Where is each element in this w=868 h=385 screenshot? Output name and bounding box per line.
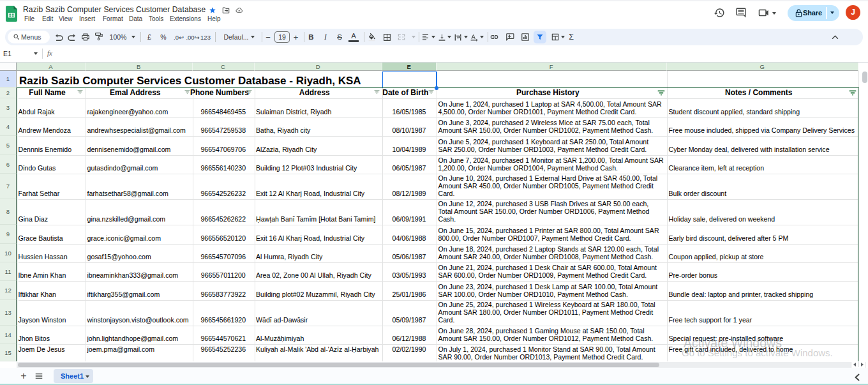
cell-B11[interactable]: ibneaminkhan333@gmail.com xyxy=(86,262,193,281)
cell-C8[interactable]: 966545262622 xyxy=(193,199,255,225)
font-size-input[interactable]: 19 xyxy=(274,31,290,43)
horizontal-align-caret[interactable] xyxy=(431,36,435,38)
cell-F14[interactable]: On June 28, 2024, purchased 1 Gaming Mou… xyxy=(437,326,668,344)
horizontal-align-button[interactable] xyxy=(420,29,430,45)
avatar[interactable]: J xyxy=(846,5,860,20)
menu-view[interactable]: View xyxy=(59,15,73,22)
comment-icon[interactable] xyxy=(735,7,747,19)
scroll-left-arrow[interactable] xyxy=(853,363,856,366)
cell-A8[interactable]: Gina Diaz xyxy=(17,199,86,225)
menu-insert[interactable]: Insert xyxy=(79,15,95,22)
cell-G4[interactable]: Free mouse included, shipped via Company… xyxy=(667,117,858,136)
decrease-font-size-button[interactable]: − xyxy=(265,29,271,45)
cell-B8[interactable]: gina.nzskilled@gmail.com xyxy=(86,199,193,225)
cell-F5[interactable]: On June 5, 2024, purchased 1 Keyboard at… xyxy=(437,136,668,155)
cell-G8[interactable]: Holiday sale, delivered on weekend xyxy=(667,199,858,225)
cell-B4[interactable]: andrewhsespecialist@gmail.com xyxy=(86,117,193,136)
row-header-1[interactable]: 1 xyxy=(0,71,17,87)
filter-funnel-icon[interactable] xyxy=(374,89,380,94)
collapse-panel-chevron[interactable] xyxy=(853,373,861,382)
cell-G12[interactable]: Bundle deal: laptop and printer, tracked… xyxy=(667,281,858,300)
cell-B12[interactable]: iftikharg355@gmail.com xyxy=(86,281,193,300)
share-button[interactable]: Share xyxy=(788,5,839,21)
cell-C9[interactable]: 966556520120 xyxy=(193,225,255,244)
increase-font-size-button[interactable]: + xyxy=(292,29,300,45)
cell-B14[interactable]: john.lightandhope@gmail.com xyxy=(86,326,193,344)
header-cell-notes-comments[interactable]: Notes / Comments xyxy=(667,87,858,98)
cell-A7[interactable]: Farhat Sethar xyxy=(17,174,86,199)
sheet-tab-sheet1[interactable]: Sheet1 xyxy=(54,369,93,383)
cell-D4[interactable]: Batha, Riyadh city xyxy=(255,117,383,136)
increase-decimal-button[interactable]: .00↪ xyxy=(186,29,199,45)
redo-button[interactable] xyxy=(66,29,78,45)
cell-E3[interactable]: 16/05/1985 xyxy=(382,98,437,117)
insert-comment-button[interactable] xyxy=(504,29,516,45)
text-wrap-caret[interactable] xyxy=(464,36,468,38)
cell-E7[interactable]: 08/12/1989 xyxy=(382,174,437,199)
filter-funnel-icon[interactable] xyxy=(77,89,83,94)
horizontal-scrollbar-thumb[interactable] xyxy=(18,363,659,367)
cell-D8[interactable]: Ḥawṭah Banī Tamīm [Hotat Bani Tamim] xyxy=(255,199,383,225)
menu-edit[interactable]: Edit xyxy=(42,15,53,22)
cell-D15[interactable]: Kuliyah al-Malik 'Abd al-'Azīz al-Ḥarbiy… xyxy=(255,344,383,361)
cell-F3[interactable]: On June 1, 2024, purchased 1 Laptop at S… xyxy=(437,98,668,117)
cell-G6[interactable]: Clearance item, left at reception xyxy=(667,155,858,174)
cell-A4[interactable]: Andrew Mendoza xyxy=(17,117,86,136)
format-currency-button[interactable]: £ xyxy=(144,29,154,45)
menu-format[interactable]: Format xyxy=(103,15,123,22)
header-cell-emal-address[interactable]: Emal Address xyxy=(86,87,193,98)
cell-D14[interactable]: Al-Muzāḥimiyah xyxy=(255,326,383,344)
italic-button[interactable]: I xyxy=(320,29,331,45)
cell-A12[interactable]: Iftikhar Khan xyxy=(17,281,86,300)
cell-G10[interactable]: Coupon applied, pickup at store xyxy=(667,244,858,262)
share-dropdown-caret[interactable] xyxy=(830,11,834,14)
cell-E13[interactable]: 05/09/1987 xyxy=(382,300,437,326)
star-icon[interactable] xyxy=(209,6,216,14)
cell-F12[interactable]: On June 23, 2024, purchased 1 Desk Lamp … xyxy=(437,281,668,300)
borders-button[interactable] xyxy=(381,29,393,45)
cell-A6[interactable]: Dindo Gutas xyxy=(17,155,86,174)
cell-D10[interactable]: Al Humra, Riyadh City xyxy=(255,244,383,262)
cell-E5[interactable]: 10/04/1989 xyxy=(382,136,437,155)
cell-D6[interactable]: Building 12 Plot#03 Industrial City xyxy=(255,155,383,174)
row-header-7[interactable]: 7 xyxy=(0,174,17,199)
cell-F4[interactable]: On June 3, 2024, purchased 2 Wireless Mi… xyxy=(437,117,668,136)
strikethrough-button[interactable]: S xyxy=(334,29,345,45)
cell-F15[interactable]: On July 1, 2024, purchased 1 Monitor Sta… xyxy=(437,344,668,361)
table-button[interactable] xyxy=(550,29,561,45)
cell-F7[interactable]: On June 10, 2024, purchased 1 External H… xyxy=(437,174,668,199)
select-all-corner[interactable] xyxy=(0,63,17,71)
menu-extensions[interactable]: Extensions xyxy=(170,15,201,22)
sheet-tab-caret[interactable] xyxy=(86,375,89,378)
cell-C4[interactable]: 966547259538 xyxy=(193,117,255,136)
column-header-D[interactable]: D xyxy=(255,63,383,71)
header-cell-date-of-birth[interactable]: Date of Birth xyxy=(382,87,437,98)
cell-G13[interactable]: Free tech support for 1 year xyxy=(667,300,858,326)
cell-F9[interactable]: On June 15, 2024, purchased 1 Printer at… xyxy=(437,225,668,244)
font-selector[interactable]: Defaul... xyxy=(221,29,251,45)
column-header-F[interactable]: F xyxy=(437,63,668,71)
move-folder-icon[interactable] xyxy=(222,6,230,14)
vertical-align-caret[interactable] xyxy=(447,36,451,38)
format-percent-button[interactable]: % xyxy=(158,29,168,45)
cell-E9[interactable]: 04/06/1988 xyxy=(382,225,437,244)
vertical-scrollbar-thumb[interactable] xyxy=(862,72,867,83)
column-header-B[interactable]: B xyxy=(86,63,193,71)
filter-funnel-icon[interactable] xyxy=(428,89,434,94)
menu-file[interactable]: File xyxy=(24,15,34,22)
cell-B3[interactable]: rajakengineer@yahoo.com xyxy=(86,98,193,117)
cell-F13[interactable]: On June 25, 2024, purchased 1 Wireless K… xyxy=(437,300,668,326)
undo-button[interactable] xyxy=(53,29,64,45)
cell-A14[interactable]: Jhon Bitos xyxy=(17,326,86,344)
paint-format-button[interactable] xyxy=(93,29,105,45)
table-caret[interactable] xyxy=(561,36,565,38)
cell-C6[interactable]: 966556140230 xyxy=(193,155,255,174)
cell-E15[interactable]: 02/02/1990 xyxy=(382,344,437,361)
fill-color-button[interactable] xyxy=(366,29,378,45)
text-rotation-caret[interactable] xyxy=(480,36,484,38)
merge-cells-button[interactable] xyxy=(396,29,407,45)
cell-C11[interactable]: 966557011200 xyxy=(193,262,255,281)
filter-funnel-icon[interactable] xyxy=(246,89,252,94)
cell-G15[interactable]: Free gift card included, delivered to ho… xyxy=(667,344,858,361)
video-call-icon[interactable] xyxy=(758,8,770,18)
